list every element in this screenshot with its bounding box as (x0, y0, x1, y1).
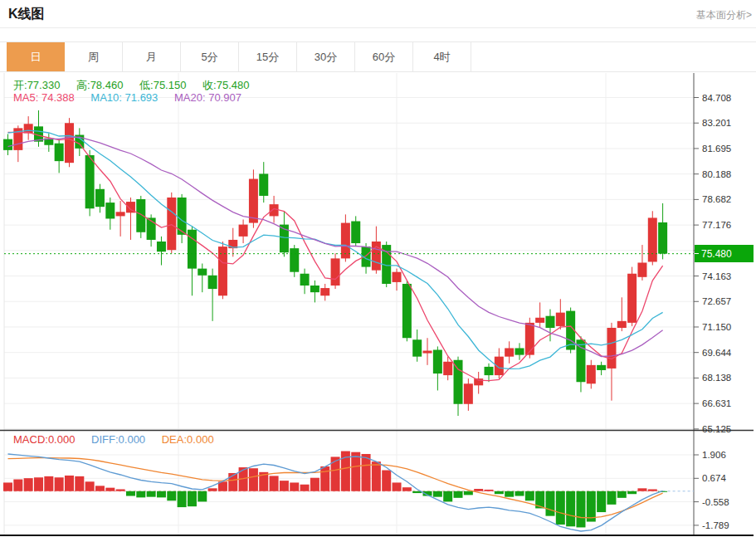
macd-bar[interactable] (648, 489, 657, 491)
macd-bar[interactable] (198, 491, 207, 502)
macd-bar[interactable] (331, 456, 340, 491)
candle[interactable] (300, 274, 310, 286)
macd-bar[interactable] (393, 482, 402, 491)
macd-bar[interactable] (617, 491, 627, 498)
candle[interactable] (393, 272, 402, 282)
candle[interactable] (188, 230, 197, 269)
candle[interactable] (454, 360, 463, 404)
candle[interactable] (218, 247, 227, 295)
tab-4时[interactable]: 4时 (413, 42, 471, 71)
candle[interactable] (485, 367, 494, 375)
candle[interactable] (24, 124, 33, 133)
macd-bar[interactable] (362, 454, 371, 491)
kline-macd-chart[interactable]: 84.70883.20181.69580.18878.68277.17675.6… (0, 73, 756, 537)
candle[interactable] (545, 316, 554, 328)
candle[interactable] (65, 123, 74, 163)
candle[interactable] (443, 362, 452, 375)
macd-bar[interactable] (34, 477, 43, 491)
macd-bar[interactable] (402, 487, 412, 491)
candle[interactable] (658, 222, 667, 254)
macd-bar[interactable] (545, 491, 554, 516)
candle[interactable] (351, 222, 360, 244)
candle[interactable] (105, 203, 115, 218)
candle[interactable] (3, 139, 12, 150)
macd-bar[interactable] (44, 476, 53, 491)
candle[interactable] (535, 318, 544, 323)
macd-bar[interactable] (505, 491, 514, 497)
candle[interactable] (474, 378, 483, 385)
candle[interactable] (331, 258, 340, 286)
macd-bar[interactable] (13, 480, 22, 491)
candle[interactable] (433, 349, 442, 373)
candle[interactable] (464, 383, 473, 403)
candle[interactable] (587, 365, 596, 383)
macd-bar[interactable] (382, 471, 391, 491)
macd-bar[interactable] (637, 488, 646, 491)
macd-bar[interactable] (372, 461, 381, 491)
candle[interactable] (505, 348, 514, 356)
candle[interactable] (495, 357, 504, 375)
candle[interactable] (423, 351, 432, 354)
tab-日[interactable]: 日 (7, 42, 65, 71)
macd-bar[interactable] (95, 486, 105, 491)
candle[interactable] (576, 339, 585, 382)
macd-bar[interactable] (464, 491, 473, 496)
macd-bar[interactable] (280, 481, 289, 491)
macd-bar[interactable] (474, 489, 483, 491)
macd-bar[interactable] (178, 491, 187, 507)
macd-bar[interactable] (300, 485, 310, 491)
candle[interactable] (597, 365, 606, 370)
candle[interactable] (259, 173, 268, 196)
macd-bar[interactable] (270, 476, 279, 491)
tab-周[interactable]: 周 (65, 42, 123, 71)
candle[interactable] (290, 248, 299, 272)
candle[interactable] (157, 242, 166, 251)
macd-bar[interactable] (188, 491, 197, 506)
candle[interactable] (617, 321, 627, 328)
macd-bar[interactable] (320, 466, 329, 491)
candle[interactable] (607, 328, 616, 369)
candle[interactable] (525, 323, 534, 355)
candle[interactable] (270, 204, 279, 216)
candle[interactable] (627, 274, 637, 323)
macd-bar[interactable] (105, 488, 115, 491)
macd-bar[interactable] (249, 468, 258, 491)
tab-15分[interactable]: 15分 (239, 42, 297, 71)
macd-bar[interactable] (147, 491, 156, 497)
candle[interactable] (208, 276, 217, 289)
macd-bar[interactable] (85, 481, 95, 491)
candle[interactable] (648, 217, 657, 261)
candle[interactable] (341, 223, 350, 259)
macd-bar[interactable] (607, 491, 616, 505)
tab-60分[interactable]: 60分 (355, 42, 413, 71)
macd-bar[interactable] (24, 478, 33, 491)
candle[interactable] (556, 313, 565, 326)
fundamental-analysis-link[interactable]: 基本面分析> (696, 8, 752, 22)
candle[interactable] (320, 288, 329, 295)
candle[interactable] (249, 179, 258, 223)
candle[interactable] (85, 155, 95, 208)
macd-bar[interactable] (3, 482, 12, 491)
candle[interactable] (55, 144, 64, 161)
macd-bar[interactable] (576, 491, 585, 528)
macd-bar[interactable] (65, 476, 74, 491)
macd-bar[interactable] (136, 491, 145, 498)
macd-bar[interactable] (290, 482, 299, 491)
macd-bar[interactable] (75, 476, 84, 491)
macd-bar[interactable] (495, 491, 504, 494)
candle[interactable] (116, 212, 125, 216)
macd-bar[interactable] (126, 491, 135, 496)
candle[interactable] (95, 189, 105, 207)
macd-bar[interactable] (627, 491, 637, 494)
macd-bar[interactable] (566, 491, 575, 526)
candle[interactable] (515, 348, 524, 354)
candle[interactable] (310, 286, 319, 292)
candle[interactable] (372, 242, 381, 271)
candle[interactable] (637, 262, 646, 276)
tab-5分[interactable]: 5分 (181, 42, 239, 71)
macd-bar[interactable] (454, 491, 463, 498)
macd-bar[interactable] (443, 491, 452, 502)
candle[interactable] (167, 198, 176, 250)
macd-bar[interactable] (515, 491, 524, 496)
macd-bar[interactable] (208, 488, 217, 491)
